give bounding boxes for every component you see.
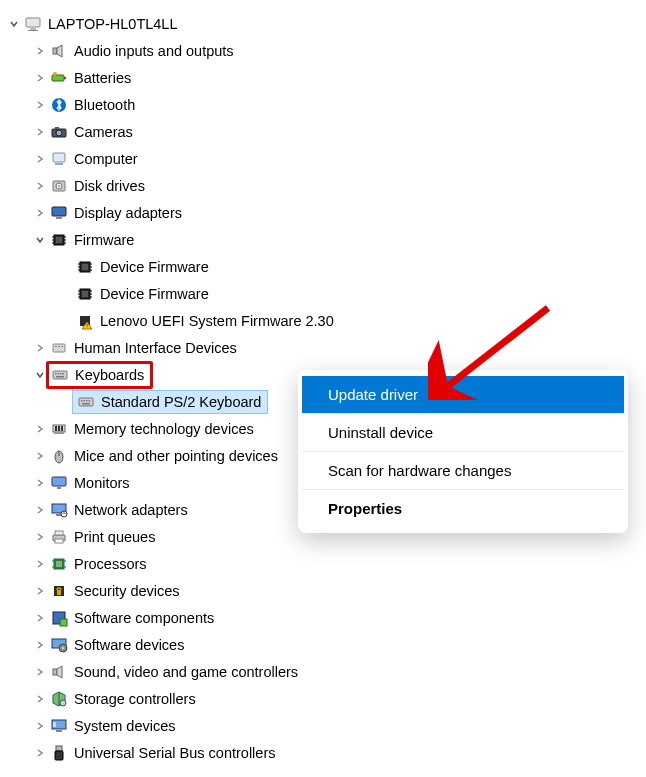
tree-item-label: Device Firmware bbox=[96, 259, 209, 275]
chevron-right-icon[interactable] bbox=[32, 640, 48, 650]
svg-rect-44 bbox=[53, 344, 65, 352]
tree-item-label: Computer bbox=[70, 151, 138, 167]
bluetooth-icon bbox=[48, 94, 70, 116]
chevron-right-icon[interactable] bbox=[32, 748, 48, 758]
svg-rect-64 bbox=[61, 426, 63, 431]
tree-item-label: Lenovo UEFI System Firmware 2.30 bbox=[96, 313, 334, 329]
tree-item-label: Bluetooth bbox=[70, 97, 135, 113]
tree-item[interactable]: System devices bbox=[6, 712, 646, 739]
chevron-right-icon[interactable] bbox=[32, 559, 48, 569]
network-icon bbox=[48, 499, 70, 521]
tree-item[interactable]: Audio inputs and outputs bbox=[6, 37, 646, 64]
svg-rect-95 bbox=[55, 751, 63, 760]
chevron-right-icon[interactable] bbox=[32, 613, 48, 623]
tree-item[interactable]: Sound, video and game controllers bbox=[6, 658, 646, 685]
chevron-right-icon[interactable] bbox=[32, 127, 48, 137]
chevron-right-icon[interactable] bbox=[32, 451, 48, 461]
svg-rect-51 bbox=[60, 373, 62, 375]
chevron-down-icon[interactable] bbox=[6, 19, 22, 29]
svg-rect-11 bbox=[53, 153, 65, 162]
chevron-right-icon[interactable] bbox=[32, 343, 48, 353]
chevron-right-icon[interactable] bbox=[32, 694, 48, 704]
chevron-right-icon[interactable] bbox=[32, 73, 48, 83]
chevron-right-icon[interactable] bbox=[32, 100, 48, 110]
tree-item-label: Network adapters bbox=[70, 502, 188, 518]
ctx-uninstall-device[interactable]: Uninstall device bbox=[302, 414, 624, 452]
svg-rect-92 bbox=[56, 730, 62, 732]
svg-rect-62 bbox=[55, 426, 57, 431]
storage-icon bbox=[48, 688, 70, 710]
svg-point-90 bbox=[60, 700, 66, 706]
tree-item[interactable]: Software devices bbox=[6, 631, 646, 658]
pc-icon bbox=[48, 148, 70, 170]
keyboard-icon bbox=[49, 364, 71, 386]
system-icon bbox=[48, 715, 70, 737]
svg-rect-53 bbox=[56, 376, 64, 378]
chevron-right-icon[interactable] bbox=[32, 181, 48, 191]
svg-rect-88 bbox=[53, 669, 57, 675]
hid-icon bbox=[48, 337, 70, 359]
chevron-right-icon[interactable] bbox=[32, 586, 48, 596]
chevron-right-icon[interactable] bbox=[32, 478, 48, 488]
tree-item[interactable]: ! Lenovo UEFI System Firmware 2.30 bbox=[6, 307, 646, 334]
svg-point-15 bbox=[58, 185, 60, 187]
tree-item[interactable]: Disk drives bbox=[6, 172, 646, 199]
chevron-down-icon[interactable] bbox=[32, 235, 48, 245]
chip-icon bbox=[74, 283, 96, 305]
tree-item[interactable]: Security devices bbox=[6, 577, 646, 604]
keyboard-icon bbox=[75, 391, 97, 413]
svg-rect-93 bbox=[53, 722, 56, 727]
svg-rect-19 bbox=[56, 237, 62, 243]
svg-rect-52 bbox=[63, 373, 65, 375]
usb-icon bbox=[48, 742, 70, 764]
disk-icon bbox=[48, 175, 70, 197]
svg-rect-94 bbox=[56, 746, 62, 751]
svg-rect-58 bbox=[89, 400, 91, 402]
tree-item[interactable]: Processors bbox=[6, 550, 646, 577]
ctx-scan-hardware[interactable]: Scan for hardware changes bbox=[302, 452, 624, 490]
chip-icon bbox=[74, 256, 96, 278]
tree-item[interactable]: Batteries bbox=[6, 64, 646, 91]
chevron-right-icon[interactable] bbox=[32, 721, 48, 731]
swcomp-icon bbox=[48, 607, 70, 629]
context-menu: Update driver Uninstall device Scan for … bbox=[298, 370, 628, 533]
chevron-right-icon[interactable] bbox=[32, 154, 48, 164]
tree-root[interactable]: LAPTOP-HL0TL4LL bbox=[6, 10, 646, 37]
chevron-right-icon[interactable] bbox=[32, 208, 48, 218]
svg-rect-48 bbox=[53, 371, 67, 379]
chevron-right-icon[interactable] bbox=[32, 505, 48, 515]
tree-item[interactable]: Display adapters bbox=[6, 199, 646, 226]
svg-rect-5 bbox=[64, 77, 66, 79]
tree-item[interactable]: Human Interface Devices bbox=[6, 334, 646, 361]
chevron-right-icon[interactable] bbox=[32, 532, 48, 542]
tree-item-label: Human Interface Devices bbox=[70, 340, 237, 356]
tree-item[interactable]: Firmware bbox=[6, 226, 646, 253]
svg-rect-10 bbox=[55, 127, 59, 129]
tree-item[interactable]: Storage controllers bbox=[6, 685, 646, 712]
svg-rect-59 bbox=[82, 403, 90, 405]
battery-icon bbox=[48, 67, 70, 89]
chevron-right-icon[interactable] bbox=[32, 667, 48, 677]
chip-icon bbox=[48, 229, 70, 251]
tree-item-label: Mice and other pointing devices bbox=[70, 448, 278, 464]
tree-item-label: Standard PS/2 Keyboard bbox=[97, 394, 261, 410]
svg-point-6 bbox=[53, 72, 57, 76]
tree-item-label: Monitors bbox=[70, 475, 130, 491]
ctx-update-driver[interactable]: Update driver bbox=[302, 376, 624, 414]
camera-icon bbox=[48, 121, 70, 143]
tree-item[interactable]: Cameras bbox=[6, 118, 646, 145]
speaker-icon bbox=[48, 40, 70, 62]
tree-item[interactable]: Computer bbox=[6, 145, 646, 172]
chevron-right-icon[interactable] bbox=[32, 46, 48, 56]
tree-item[interactable]: Bluetooth bbox=[6, 91, 646, 118]
tree-item[interactable]: Device Firmware bbox=[6, 253, 646, 280]
speaker-icon bbox=[48, 661, 70, 683]
svg-rect-67 bbox=[52, 477, 66, 486]
tree-item[interactable]: Device Firmware bbox=[6, 280, 646, 307]
tree-item-label: Keyboards bbox=[71, 367, 144, 383]
chevron-right-icon[interactable] bbox=[32, 424, 48, 434]
ctx-properties[interactable]: Properties bbox=[302, 490, 624, 527]
swdev-icon bbox=[48, 634, 70, 656]
tree-item[interactable]: Universal Serial Bus controllers bbox=[6, 739, 646, 766]
tree-item[interactable]: Software components bbox=[6, 604, 646, 631]
